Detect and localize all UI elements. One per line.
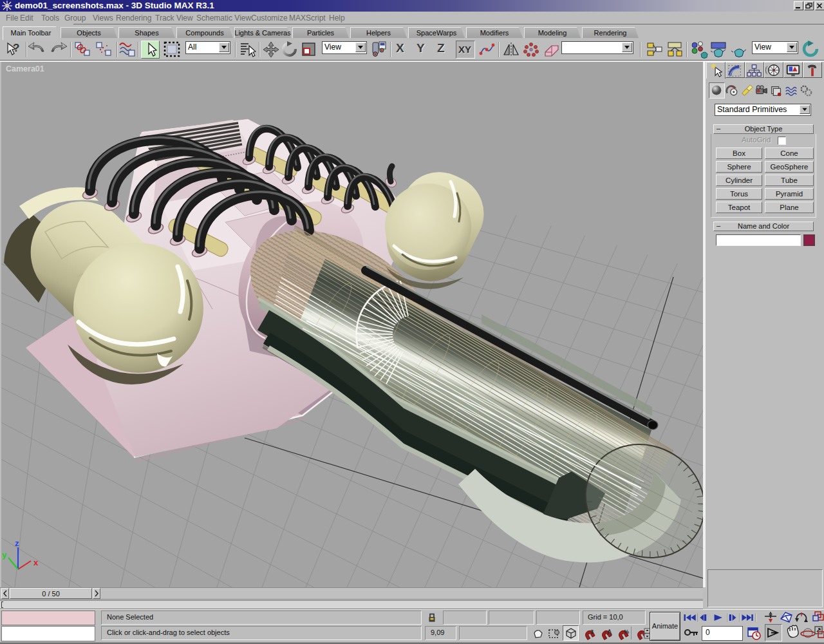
svg-text:⋀: ⋀ — [606, 629, 612, 635]
svg-text:?: ? — [13, 42, 19, 54]
svg-text:Camera01: Camera01 — [6, 64, 44, 73]
svg-text:z: z — [15, 538, 19, 548]
svg-text:3: 3 — [590, 629, 594, 635]
svg-text:y: y — [2, 550, 7, 560]
svg-text:%: % — [624, 629, 629, 635]
svg-text:x: x — [33, 558, 39, 567]
